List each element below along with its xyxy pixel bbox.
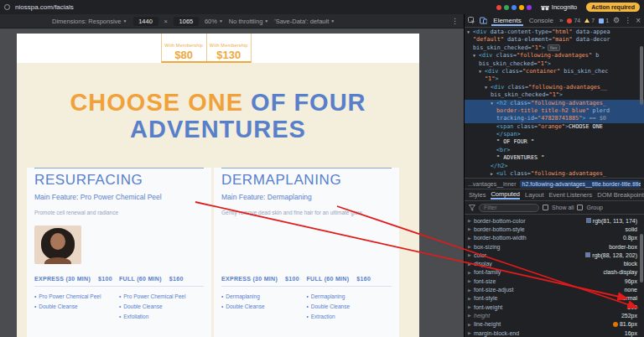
- warning-count-badge[interactable]: 7: [584, 18, 595, 23]
- device-toolbar-menu-icon[interactable]: ⋮: [451, 17, 459, 25]
- computed-scrollbar[interactable]: [640, 234, 643, 283]
- more-tabs-icon[interactable]: »: [559, 17, 563, 24]
- computed-property-row[interactable]: ▶colorrgb(88, 128, 202): [465, 251, 644, 259]
- expand-arrow-icon[interactable]: ▶: [468, 304, 474, 309]
- settings-gear-icon[interactable]: ⚙: [613, 17, 620, 24]
- error-count-badge[interactable]: 74: [567, 18, 580, 23]
- dom-tree-token: ▼: [473, 52, 479, 60]
- full-items-list: •Pro Power Chemical Peel•Double Cleanse•…: [119, 293, 204, 324]
- url-text[interactable]: niosspa.com/facials: [15, 3, 74, 11]
- issues-count-badge[interactable]: 1: [599, 18, 609, 23]
- computed-property-row[interactable]: ▶displayblock: [465, 259, 644, 267]
- breadcrumb-parent[interactable]: ...vantages__inner: [468, 181, 517, 187]
- dom-tree-node[interactable]: bis_skin_checked="1">flex: [465, 44, 644, 52]
- extension-icon[interactable]: [527, 5, 532, 10]
- dom-tree-token: bis_skin_chec: [560, 68, 608, 75]
- dom-tree-node[interactable]: ▶<ul class="following-advantages_: [465, 170, 644, 178]
- dom-tree-node[interactable]: </h2>: [465, 163, 644, 170]
- extension-icon[interactable]: [504, 5, 509, 10]
- expand-arrow-icon[interactable]: ▶: [468, 288, 474, 293]
- expand-arrow-icon[interactable]: ▶: [468, 244, 474, 249]
- viewport-width-input[interactable]: [133, 17, 158, 26]
- dom-tree-node[interactable]: "default" data-element="main" data-decor: [465, 36, 644, 44]
- viewport-height-input[interactable]: [174, 17, 199, 26]
- expand-arrow-icon[interactable]: ▶: [468, 296, 474, 301]
- throttling-dropdown[interactable]: No throttling▼: [229, 18, 268, 25]
- dom-tree-node[interactable]: ▼<div class="following-advantages__: [465, 84, 644, 91]
- dom-tree-node[interactable]: "1">: [465, 75, 644, 83]
- color-swatch[interactable]: [586, 218, 591, 223]
- dom-tree-node[interactable]: border-title title-h2 blue" plerd: [465, 107, 644, 115]
- group-checkbox[interactable]: [577, 205, 583, 210]
- dom-tree-token: data-decor: [573, 36, 610, 43]
- computed-property-row[interactable]: ▶border-bottom-stylesolid: [465, 225, 644, 233]
- dom-tree-node[interactable]: " ADVENTURES ": [465, 154, 644, 162]
- expand-arrow-icon[interactable]: ▶: [468, 322, 474, 327]
- color-swatch[interactable]: [585, 252, 590, 257]
- computed-property-row[interactable]: ▶line-height81.6px: [465, 320, 644, 329]
- computed-property-row[interactable]: ▶height252px: [465, 311, 644, 319]
- dom-tree-token: "1": [485, 75, 495, 82]
- device-toolbar: Dimensions: Responsive▼ × 60%▼ No thrott…: [0, 14, 464, 29]
- dimensions-dropdown[interactable]: Dimensions: Responsive▼: [52, 18, 127, 25]
- computed-property-row[interactable]: ▶font-size-adjustnone: [465, 285, 644, 293]
- dom-tree-token: ▶: [491, 170, 496, 178]
- show-all-checkbox[interactable]: [543, 205, 548, 210]
- browser-window: niosspa.com/facials Incognito Action req…: [0, 0, 644, 337]
- expand-arrow-icon[interactable]: ▶: [468, 252, 474, 257]
- computed-property-row[interactable]: ▶border-bottom-colorrgb(81, 113, 174): [465, 216, 644, 225]
- dom-tree-node[interactable]: ▼<div class="following-advantages" b: [465, 52, 644, 60]
- save-data-dropdown[interactable]: 'Save-Data': default▼: [274, 18, 335, 25]
- expand-arrow-icon[interactable]: ▶: [468, 236, 474, 241]
- dom-tree-node[interactable]: " OF FOUR ": [465, 138, 644, 146]
- computed-property-row[interactable]: ▶font-stylenormal: [465, 294, 644, 303]
- dom-tree-node[interactable]: bis_skin_checked="1">: [465, 60, 644, 68]
- tab-dom-breakpoints[interactable]: DOM Breakpoints: [597, 191, 644, 199]
- expand-arrow-icon[interactable]: ▶: [468, 218, 474, 223]
- expand-arrow-icon[interactable]: ▶: [468, 313, 474, 318]
- dom-tree-node[interactable]: ▼<div data-content-type="html" data-appe…: [465, 29, 644, 36]
- dom-tree-token: tracking-id=: [496, 115, 538, 122]
- dom-tree-node[interactable]: ▼<div class="container" bis_skin_chec: [465, 68, 644, 75]
- expand-arrow-icon[interactable]: ▶: [468, 262, 474, 267]
- dom-tree-node[interactable]: tracking-id="47828741885"> == $0: [465, 115, 644, 122]
- tree-scrollbar[interactable]: [640, 46, 643, 105]
- action-required-button[interactable]: Action required: [586, 3, 640, 12]
- zoom-dropdown[interactable]: 60%▼: [205, 18, 223, 25]
- devtools-menu-icon[interactable]: ⋮: [624, 17, 631, 24]
- expand-arrow-icon[interactable]: ▶: [468, 226, 474, 231]
- tab-console[interactable]: Console: [527, 15, 555, 26]
- dom-tree-node[interactable]: bis_skin_checked="1">: [465, 91, 644, 99]
- extension-icon[interactable]: [519, 5, 524, 10]
- dom-tree-node[interactable]: <span class="orange">CHOOSE ONE: [465, 123, 644, 131]
- dom-tree-node[interactable]: ▼<h2 class="following-advantages_: [465, 100, 644, 107]
- computed-property-row[interactable]: ▶margin-block-end16px: [465, 329, 644, 337]
- tab-elements[interactable]: Elements: [491, 15, 522, 26]
- tab-layout[interactable]: Layout: [525, 191, 544, 199]
- tab-computed[interactable]: Computed: [491, 190, 520, 200]
- dom-tree-node[interactable]: </span>: [465, 131, 644, 138]
- extension-icon[interactable]: [512, 5, 517, 10]
- computed-property-row[interactable]: ▶font-familyclash-display: [465, 268, 644, 277]
- tab-styles[interactable]: Styles: [469, 191, 486, 199]
- computed-property-row[interactable]: ▶font-size96px: [465, 277, 644, 285]
- tab-event-listeners[interactable]: Event Listeners: [549, 191, 593, 199]
- computed-filter-input[interactable]: [479, 204, 539, 212]
- computed-property-row[interactable]: ▶box-sizingborder-box: [465, 242, 644, 251]
- dom-tree-token: ▼: [479, 68, 485, 75]
- expand-arrow-icon[interactable]: ▶: [468, 330, 474, 335]
- expand-arrow-icon[interactable]: ▶: [468, 278, 474, 283]
- breadcrumb-selected[interactable]: h2.following-advantages__title.border-ti…: [520, 180, 641, 188]
- flex-badge[interactable]: flex: [548, 44, 560, 51]
- chevron-down-icon: ▼: [264, 18, 268, 23]
- site-info-icon[interactable]: [4, 4, 10, 10]
- close-devtools-icon[interactable]: ×: [636, 16, 641, 25]
- expand-arrow-icon[interactable]: ▶: [468, 270, 474, 275]
- computed-property-row[interactable]: ▶font-weight500: [465, 303, 644, 311]
- computed-property-row[interactable]: ▶border-bottom-width0.8px: [465, 234, 644, 242]
- inspect-element-icon[interactable]: [468, 17, 475, 24]
- show-all-label: Show all: [552, 205, 574, 210]
- dom-tree-node[interactable]: <br>: [465, 147, 644, 154]
- device-toolbar-toggle-icon[interactable]: [480, 17, 488, 24]
- extension-icon[interactable]: [496, 5, 501, 10]
